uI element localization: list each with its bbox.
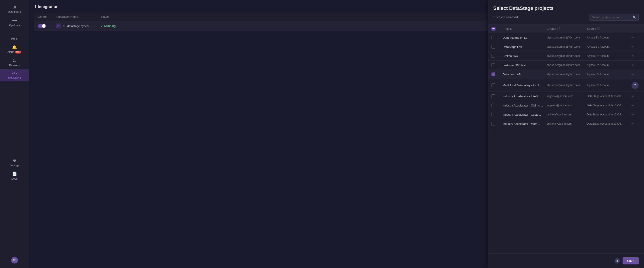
checkbox[interactable] [492, 83, 495, 87]
row-checkbox[interactable] [492, 104, 503, 107]
row-checkbox[interactable] [492, 63, 503, 67]
row-checkbox[interactable] [492, 122, 503, 125]
docs-icon: 📄 [12, 171, 17, 176]
row-checkbox[interactable] [492, 72, 503, 76]
source-cell: Alyssa B's Account [587, 45, 632, 48]
integration-icon: ⬡ [56, 24, 61, 28]
alerts-icon: 🔔 [12, 45, 17, 50]
edit-cell[interactable]: ✏ [632, 45, 640, 49]
sidebar-item-settings[interactable]: ⚙ Settings [0, 156, 29, 169]
sidebar-label-alerts: Alerts 999+ [7, 51, 22, 54]
creator-cell: alyssa.bergman1@ibm.com [547, 73, 587, 76]
row-checkbox[interactable] [492, 83, 503, 87]
source-cell: Alyssa B's Account [587, 36, 632, 39]
row-checkbox[interactable] [492, 45, 503, 49]
sidebar-item-runs[interactable]: ⋯→ Runs [0, 29, 29, 43]
modal-footer: 8 Save [488, 253, 644, 268]
search-bar[interactable]: 🔍 [590, 14, 639, 21]
row-checkbox[interactable] [492, 54, 503, 58]
sidebar-item-alerts[interactable]: 🔔 Alerts 999+ [0, 43, 29, 56]
sidebar-item-dashboard[interactable]: ⊞ Dashboard [0, 2, 29, 16]
creator-info-icon[interactable]: i [557, 27, 560, 30]
edit-icon[interactable]: ✏ [632, 45, 634, 49]
edit-icon[interactable]: ✏ [632, 36, 634, 39]
toggle-switch[interactable] [38, 24, 46, 28]
creator-cell: alyssa.bergman1@ibm.com [547, 84, 587, 87]
row-checkbox[interactable] [492, 94, 503, 98]
minus-icon [492, 28, 494, 29]
source-cell: DataStage Account: feb0a08... [587, 122, 632, 125]
creator-cell: alyssa.bergman1@ibm.com [547, 36, 587, 39]
integrations-icon: </> [12, 71, 17, 75]
save-step-badge: 8 [614, 258, 620, 263]
row-checkbox[interactable] [492, 113, 503, 116]
project-name-cell: customer 360 test [503, 64, 547, 67]
col-creator-header: Creator i [547, 27, 587, 30]
checkbox[interactable] [492, 113, 495, 116]
sidebar-item-pipelines[interactable]: ⟿ Pipelines [0, 16, 29, 29]
project-row: Multicloud Data Integration L...alyssa.b… [488, 79, 644, 92]
dashboard-icon: ⊞ [13, 5, 16, 10]
checkbox[interactable] [492, 104, 495, 107]
edit-icon[interactable]: ✏ [632, 122, 634, 125]
creator-cell: bmillett@ca.ibm.com [547, 113, 587, 116]
project-row: Industry Accelerator - Claims ...yageeva… [488, 101, 644, 110]
projects-rows-container: Data Integration L3alyssa.bergman1@ibm.c… [488, 33, 644, 128]
project-name-cell: Industry Accelerator - Custo... [503, 113, 547, 116]
edit-icon[interactable]: ✏ [632, 94, 634, 98]
edit-cell[interactable]: ✏ [632, 94, 640, 98]
edit-cell[interactable]: ✏ [632, 113, 640, 116]
project-name-cell: DataStage Lab [503, 45, 547, 49]
sidebar-label-datasets: Datasets [9, 64, 20, 67]
checkbox[interactable] [492, 54, 495, 58]
checkbox[interactable] [492, 36, 495, 39]
edit-icon[interactable]: ✏ [632, 63, 634, 67]
integration-name: AB datastage syncer [62, 24, 89, 28]
project-name-cell: Industry Accelerator - Claims ... [503, 104, 547, 107]
row-checkbox[interactable] [492, 36, 503, 39]
checkbox[interactable] [492, 45, 495, 49]
checkbox[interactable] [492, 72, 495, 76]
sidebar-label-integrations: Integrations [7, 76, 22, 79]
creator-cell: yageeva@us.ibm.com [547, 95, 587, 98]
checkbox[interactable] [492, 63, 495, 67]
project-name-cell: Multicloud Data Integration L... [503, 84, 547, 87]
creator-cell: alyssa.bergman1@ibm.com [547, 54, 587, 58]
edit-cell[interactable]: ✏ [632, 63, 640, 67]
search-input[interactable] [592, 16, 630, 19]
selected-count: 1 project selected [493, 16, 518, 19]
sidebar-label-dashboard: Dashboard [8, 10, 21, 14]
avatar[interactable]: AB [11, 257, 18, 263]
edit-icon[interactable]: ✏ [632, 113, 634, 116]
edit-icon[interactable]: ✏ [632, 104, 634, 107]
project-row: Databand_ABalyssa.bergman1@ibm.comAlyssa… [488, 70, 644, 79]
select-all-checkbox[interactable] [492, 27, 496, 31]
edit-cell[interactable]: 7 [632, 82, 640, 89]
save-label: Save [627, 259, 634, 263]
edit-cell[interactable]: ✏ [632, 122, 640, 125]
sidebar-item-integrations[interactable]: </> Integrations [0, 69, 29, 81]
edit-cell[interactable]: ✏ [632, 104, 640, 107]
select-datastage-modal: Select DataStage projects 1 project sele… [488, 0, 644, 268]
checkbox[interactable] [492, 94, 495, 98]
checkbox[interactable] [492, 122, 495, 125]
source-cell: DataStage Account: feb0a08... [587, 95, 632, 98]
projects-table-header: Project Creator i Source i [488, 24, 644, 33]
edit-cell[interactable]: ✏ [632, 54, 640, 58]
save-button[interactable]: Save [622, 257, 639, 264]
source-info-icon[interactable]: i [597, 27, 600, 30]
edit-cell[interactable]: ✏ [632, 36, 640, 39]
project-name-cell: Industry Accelerator - Intellig... [503, 95, 547, 98]
sidebar-item-datasets[interactable]: 🗂 Datasets [0, 56, 29, 69]
projects-table: Project Creator i Source i Data Integrat… [488, 24, 644, 253]
edit-icon[interactable]: ✏ [632, 54, 634, 58]
source-cell: Alyssa B's Account [587, 64, 632, 67]
sidebar: ⊞ Dashboard ⟿ Pipelines ⋯→ Runs 🔔 Alerts… [0, 0, 29, 268]
toggle-control[interactable] [38, 24, 56, 28]
edit-icon[interactable]: ✏ [632, 72, 634, 76]
sidebar-item-docs[interactable]: 📄 Docs [0, 169, 29, 183]
search-icon: 🔍 [632, 16, 636, 19]
creator-cell: alyssa.bergman1@ibm.com [547, 64, 587, 67]
edit-cell[interactable]: ✏ [632, 72, 640, 76]
project-name-cell: Broken flow [503, 54, 547, 58]
